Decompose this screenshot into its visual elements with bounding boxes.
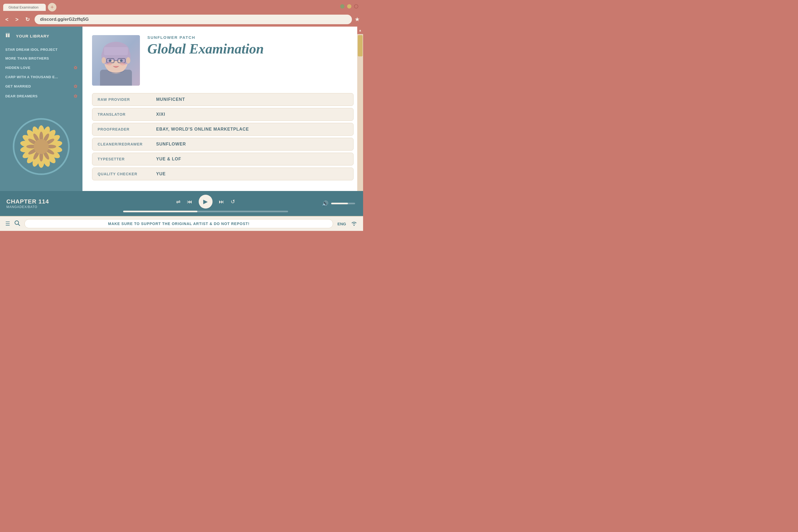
wifi-icon bbox=[350, 220, 358, 227]
tab-label: Global Examination bbox=[8, 5, 39, 9]
manga-subtitle: SUNFLOWER PATCH bbox=[147, 35, 354, 40]
sunflower-svg bbox=[12, 117, 71, 176]
shuffle-button[interactable]: ⇌ bbox=[176, 198, 180, 205]
bookmark-button[interactable]: ★ bbox=[355, 16, 360, 23]
sidebar-item-label: GET MARRIED bbox=[5, 84, 31, 88]
svg-point-49 bbox=[120, 59, 122, 62]
sidebar-item-label: CARP WITH A THOUSAND E... bbox=[5, 75, 58, 79]
scroll-up-arrow[interactable]: ▲ bbox=[357, 26, 363, 34]
sidebar-item-label: STAR DREAM IDOL PROJECT bbox=[5, 48, 58, 52]
sidebar-item-more-than-brothers[interactable]: MORE THAN BROTHERS bbox=[0, 54, 82, 63]
sidebar-list: STAR DREAM IDOL PROJECT MORE THAN BROTHE… bbox=[0, 44, 82, 102]
credit-value-translator: XIXI bbox=[156, 112, 165, 117]
browser-chrome: Global Examination + < > ↻ ★ bbox=[0, 0, 363, 26]
svg-rect-44 bbox=[104, 47, 128, 55]
credit-row-raw-provider: RAW PROVIDER MUNIFICENT bbox=[92, 93, 354, 106]
svg-point-52 bbox=[101, 57, 106, 63]
svg-point-48 bbox=[109, 59, 111, 62]
credit-value-typesetter: YUE & LOF bbox=[156, 157, 181, 162]
sidebar-item-dear-dreamers[interactable]: DEAR DREAMERS ✿ bbox=[0, 91, 82, 101]
credit-row-typesetter: TYPESETTER YUE & LOF bbox=[92, 153, 354, 166]
bookmark-icon: ✿ bbox=[74, 94, 77, 99]
rewind-button[interactable]: ⏮ bbox=[187, 199, 192, 205]
tab-bar: Global Examination + bbox=[0, 0, 363, 13]
fast-forward-button[interactable]: ⏭ bbox=[219, 199, 224, 205]
window-controls bbox=[340, 4, 358, 8]
sidebar-item-hidden-love[interactable]: HIDDEN LOVE ✿ bbox=[0, 63, 82, 73]
progress-bar[interactable] bbox=[123, 211, 288, 212]
controls-row: ⇌ ⏮ ▶ ⏭ ↺ bbox=[176, 195, 235, 209]
back-button[interactable]: < bbox=[3, 15, 11, 24]
svg-point-53 bbox=[126, 57, 130, 63]
chapter-source: MANGADEX/BATO bbox=[6, 205, 49, 209]
library-icon bbox=[5, 32, 13, 40]
sidebar: YOUR LIBRARY STAR DREAM IDOL PROJECT MOR… bbox=[0, 26, 82, 191]
chapter-title: CHAPTER 114 bbox=[6, 198, 49, 205]
sidebar-item-label: HIDDEN LOVE bbox=[5, 66, 30, 70]
bookmark-icon: ✿ bbox=[74, 65, 77, 70]
credit-label-raw-provider: RAW PROVIDER bbox=[98, 97, 156, 101]
right-scrollbar[interactable]: ▲ ▼ bbox=[357, 26, 363, 208]
manga-main-title: Global Examination bbox=[147, 41, 354, 56]
refresh-button[interactable]: ↻ bbox=[23, 15, 32, 24]
volume-bar[interactable] bbox=[331, 203, 355, 204]
svg-point-50 bbox=[107, 62, 112, 65]
minimize-button[interactable] bbox=[340, 4, 344, 8]
progress-fill bbox=[123, 211, 197, 212]
svg-rect-3 bbox=[8, 33, 9, 34]
svg-line-55 bbox=[18, 224, 20, 226]
volume-fill bbox=[331, 203, 348, 204]
svg-point-51 bbox=[120, 62, 125, 65]
sidebar-logo bbox=[0, 102, 82, 191]
library-header: YOUR LIBRARY bbox=[0, 26, 82, 44]
credit-label-proofreader: PROOFREADER bbox=[98, 127, 156, 131]
credit-row-quality: QUALITY CHECKER YUE bbox=[92, 168, 354, 180]
new-tab-button[interactable]: + bbox=[48, 3, 56, 12]
credit-value-quality: YUE bbox=[156, 172, 166, 176]
credit-label-cleaner: CLEANER/REDRAWER bbox=[98, 142, 156, 146]
forward-button[interactable]: > bbox=[13, 15, 21, 24]
status-bar: ☰ MAKE SURE TO SUPPORT THE ORIGINAL ARTI… bbox=[0, 216, 363, 231]
credit-value-proofreader: EBAY, WORLD'S ONLINE MARKETPLACE bbox=[156, 127, 249, 132]
volume-control: 🔊 bbox=[322, 200, 355, 207]
volume-icon: 🔊 bbox=[322, 200, 328, 207]
player-bar: CHAPTER 114 MANGADEX/BATO ⇌ ⏮ ▶ ⏭ ↺ 🔊 bbox=[0, 191, 363, 216]
menu-icon[interactable]: ☰ bbox=[5, 221, 10, 227]
sidebar-item-label: MORE THAN BROTHERS bbox=[5, 56, 49, 60]
credit-label-quality: QUALITY CHECKER bbox=[98, 172, 156, 176]
credit-row-proofreader: PROOFREADER EBAY, WORLD'S ONLINE MARKETP… bbox=[92, 123, 354, 136]
sidebar-item-star-dream[interactable]: STAR DREAM IDOL PROJECT bbox=[0, 45, 82, 54]
credit-row-translator: TRANSLATOR XIXI bbox=[92, 108, 354, 121]
library-title-text: YOUR LIBRARY bbox=[16, 34, 50, 38]
manga-cover bbox=[92, 35, 140, 86]
player-controls: ⇌ ⏮ ▶ ⏭ ↺ bbox=[54, 195, 357, 212]
scroll-thumb[interactable] bbox=[358, 35, 363, 56]
svg-point-35 bbox=[34, 139, 49, 154]
credit-label-translator: TRANSLATOR bbox=[98, 112, 156, 116]
address-bar[interactable] bbox=[35, 15, 352, 24]
svg-point-56 bbox=[354, 225, 355, 226]
cover-illustration bbox=[92, 35, 140, 86]
content-area: SUNFLOWER PATCH Global Examination RAW P… bbox=[82, 26, 363, 191]
repeat-button[interactable]: ↺ bbox=[231, 198, 235, 205]
play-button[interactable]: ▶ bbox=[199, 195, 212, 209]
svg-rect-2 bbox=[6, 33, 7, 34]
sidebar-item-carp[interactable]: CARP WITH A THOUSAND E... bbox=[0, 73, 82, 81]
credit-row-cleaner: CLEANER/REDRAWER SUNFLOWER bbox=[92, 138, 354, 151]
status-message: MAKE SURE TO SUPPORT THE ORIGINAL ARTIST… bbox=[24, 219, 333, 228]
sidebar-item-get-married[interactable]: GET MARRIED ✿ bbox=[0, 81, 82, 91]
status-language: ENG bbox=[337, 222, 346, 226]
credit-value-raw-provider: MUNIFICENT bbox=[156, 97, 185, 102]
close-button[interactable] bbox=[354, 4, 358, 8]
manga-header: SUNFLOWER PATCH Global Examination bbox=[92, 35, 354, 86]
maximize-button[interactable] bbox=[347, 4, 352, 8]
nav-bar: < > ↻ ★ bbox=[0, 13, 363, 26]
credit-value-cleaner: SUNFLOWER bbox=[156, 142, 186, 147]
credits-section: RAW PROVIDER MUNIFICENT TRANSLATOR XIXI … bbox=[92, 93, 354, 180]
sidebar-item-label: DEAR DREAMERS bbox=[5, 94, 38, 98]
active-tab[interactable]: Global Examination bbox=[3, 4, 46, 11]
search-icon[interactable] bbox=[14, 220, 20, 227]
chapter-info: CHAPTER 114 MANGADEX/BATO bbox=[6, 198, 49, 209]
manga-info: SUNFLOWER PATCH Global Examination bbox=[147, 35, 354, 56]
main-layout: YOUR LIBRARY STAR DREAM IDOL PROJECT MOR… bbox=[0, 26, 363, 191]
